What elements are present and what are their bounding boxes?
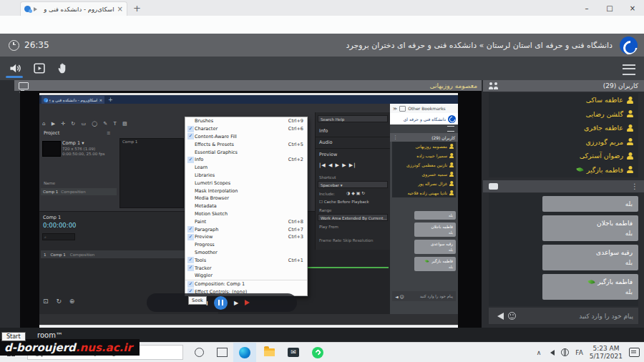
ae-window-menu: ✓ Brushes Ctrl+9 ✓ Character Ctrl+6 ✓ Co… (185, 117, 308, 296)
tab-audio-icon[interactable] (34, 7, 39, 11)
mail-icon[interactable]: ✉ (282, 343, 305, 362)
tab-title: اسکای‌روم - دانشکده فنی و ح (42, 6, 114, 13)
person-icon (627, 97, 633, 104)
ae-menu-item[interactable]: ✓ Wiggler (185, 272, 307, 280)
ae-menu-item-label: Essential Graphics (195, 150, 303, 155)
user-name: عاطفه ساکی (586, 96, 623, 104)
checkmark-icon: ✓ (187, 281, 194, 288)
file-explorer-icon[interactable] (258, 343, 280, 362)
user-row[interactable]: مریم گودرزی (489, 135, 638, 150)
ae-shortcut-label: Shortcut (319, 175, 336, 180)
ae-timecode: 0:00:00:00 (43, 222, 76, 229)
ae-menu-item[interactable]: ✓ Effects & Presets Ctrl+5 (185, 140, 307, 148)
ae-menu-item[interactable]: ✓ Mask Interpolation (185, 187, 307, 195)
ae-menu-item-label: Metadata (195, 203, 303, 209)
person-icon (449, 181, 454, 186)
person-icon (449, 190, 454, 195)
edge-taskbar-icon[interactable] (233, 343, 256, 362)
presenter-name: معصومه روزبهانی (429, 82, 477, 89)
video-button[interactable] (30, 61, 49, 75)
inner-bookmarks-bar: ≫ Other Bookmarks (390, 104, 458, 113)
user-row[interactable]: گلشن رضایی (489, 107, 638, 122)
menu-hamburger-icon[interactable] (623, 64, 635, 75)
chat-message: فاطمه باجلان بله (542, 215, 638, 241)
tab-close-icon[interactable]: × (117, 5, 123, 13)
ae-menu-item[interactable]: ✓ Metadata (185, 202, 307, 210)
checkmark-icon: ✓ (187, 226, 194, 233)
ae-menu-item[interactable]: ✓ Preview Ctrl+3 (185, 233, 307, 241)
action-center-icon[interactable] (629, 348, 640, 357)
ae-menu-item[interactable]: ✓ Content-Aware Fill (185, 133, 307, 141)
emoji-icon[interactable] (508, 312, 516, 320)
user-row[interactable]: عاطفه ساکی (489, 93, 638, 107)
inner-users-count: کاربران (29) (431, 135, 455, 140)
chat-text: بله (548, 287, 633, 297)
ae-menu-item[interactable]: ✓ Brushes Ctrl+9 (185, 117, 307, 125)
users-panel-header: کاربران (29) (483, 80, 644, 92)
language-indicator[interactable]: FA (575, 349, 583, 356)
pause-button[interactable] (214, 296, 228, 310)
ae-menu-item[interactable]: ✓ Libraries (185, 172, 307, 180)
ae-menu-item[interactable]: ✓ Progress (185, 241, 307, 249)
person-icon (627, 124, 633, 132)
user-row[interactable]: رضوان آسترکی (489, 149, 638, 163)
ae-menu-item[interactable]: ✓ Media Browser (185, 195, 307, 202)
ae-menu-item[interactable]: ✓ Lumetri Scopes (185, 179, 307, 187)
forward-icon[interactable]: ▶ (234, 300, 238, 306)
shared-tab-close-icon: × (99, 98, 102, 102)
leaf-icon (576, 167, 584, 173)
ae-menu-item-label: Motion Sketch (195, 211, 303, 217)
volume-icon[interactable] (245, 300, 253, 305)
ae-cache-checkbox: ☐ Cache Before Playback (319, 200, 369, 204)
ae-menu-item-label: Character (195, 126, 288, 132)
ae-transport-controls: |◀ ◀ ▶ ▶ ▶| (316, 162, 390, 168)
tray-chevron-icon[interactable]: ∧ (537, 349, 542, 356)
user-row[interactable]: فاطمه بازگیر (489, 163, 638, 177)
ae-menu-item[interactable]: ✓ Smoother (185, 249, 307, 257)
meeting-header: 26:35 دانشگاه فنی و حرفه ای استان لرستان… (0, 34, 644, 57)
ae-menu-item[interactable]: ✓ Character Ctrl+6 (185, 125, 307, 133)
chat-message: رقیه سواعدی بله (542, 245, 638, 270)
send-icon[interactable] (494, 313, 504, 320)
ae-menu-item[interactable]: ✓ Tracker (185, 264, 307, 272)
player-left-icons[interactable]: ⊡ ↻ ⊕ (43, 298, 77, 305)
taskbar-clock[interactable]: 5:23 AM5/17/2021 (590, 345, 623, 361)
ae-menu-item[interactable]: ✓ Paint Ctrl+8 (185, 217, 307, 225)
ae-menu-item[interactable]: ✓ Paragraph Ctrl+7 (185, 225, 307, 233)
ae-menu-item[interactable]: ✓ Learn (185, 164, 307, 172)
tray-volume-icon[interactable] (547, 350, 555, 356)
tray-network-icon[interactable] (561, 348, 569, 356)
ae-menu-item[interactable]: ✓ Motion Sketch (185, 210, 307, 218)
ae-menu-item[interactable]: ✓ Tools Ctrl+1 (185, 256, 307, 264)
user-row[interactable]: عاطفه جافری (489, 121, 638, 135)
chat-icon (489, 183, 498, 190)
ae-menu-item-label: Media Browser (195, 195, 303, 201)
raise-hand-button[interactable] (53, 61, 72, 75)
checkmark-icon: ✓ (187, 126, 194, 132)
inner-users-menu-icon: ⋮ (393, 134, 398, 140)
new-tab-button[interactable]: + (133, 3, 141, 14)
ae-project-tab: Project (44, 130, 59, 136)
maximize-button[interactable]: □ (598, 0, 621, 16)
checkmark-icon: ✓ (187, 234, 194, 240)
user-name: مریم گودرزی (585, 138, 623, 146)
minimize-button[interactable]: – (575, 0, 598, 16)
chat-menu-icon[interactable]: ⋮ (631, 182, 638, 190)
ae-right-panel: Search Help Info Audio Preview |◀ ◀ ▶ ▶ … (315, 112, 390, 250)
ae-menu-item-shortcut: Ctrl+3 (288, 234, 303, 240)
screen: { "browser": { "tab_title": "اسکای‌روم -… (0, 0, 644, 362)
ae-menu-item[interactable]: ✓ Composition: Comp 1 (185, 280, 307, 288)
shared-browser-body: ⌂ ▶ ✛ ↻ ▭ ◯ ✎ T ▨ Project ≡ Comp 1 ▾ 720… (39, 104, 458, 314)
ae-menu-item-label: Paint (195, 219, 288, 225)
inner-user-row: غزال نصراله پور (392, 179, 456, 188)
cortana-button[interactable] (187, 343, 210, 362)
shared-tab-title: اسکای‌روم - دانشکده فنی و ح (49, 98, 97, 102)
whatsapp-icon[interactable] (306, 343, 329, 362)
ae-menu-item[interactable]: ✓ Info Ctrl+2 (185, 156, 307, 164)
microphone-audio-button[interactable] (6, 61, 24, 75)
close-button[interactable]: × (621, 0, 644, 16)
ae-menu-item[interactable]: ✓ Essential Graphics (185, 148, 307, 156)
chat-input[interactable]: پیام خود را وارد کنید (489, 308, 638, 324)
task-view-button[interactable] (210, 343, 233, 362)
browser-tab[interactable]: اسکای‌روم - دانشکده فنی و ح × (20, 1, 127, 16)
